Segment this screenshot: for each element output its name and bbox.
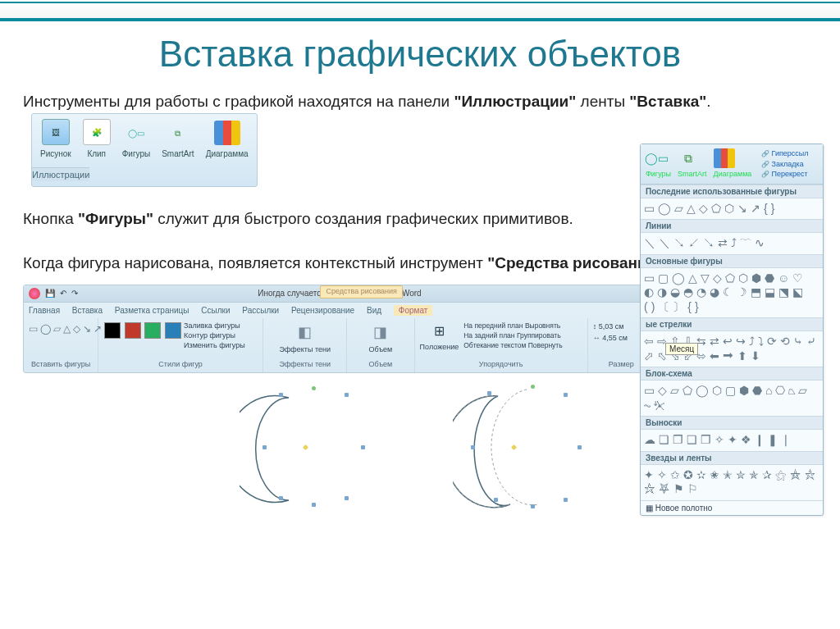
contextual-tool-label: Средства рисования [320, 285, 403, 299]
style-swatch[interactable] [144, 322, 161, 339]
hdr-chart-btn[interactable]: Диаграмма [714, 148, 752, 180]
tab-insert[interactable]: Вставка [72, 306, 103, 315]
p3-bold1: "Средства рисования" [487, 254, 664, 271]
tab-layout[interactable]: Разметка страницы [115, 306, 189, 315]
ribbon-btn-smartart[interactable]: ⧉ SmartArt [162, 121, 194, 161]
smartart-icon: ⧉ [165, 121, 191, 145]
ribbon-btn-clip[interactable]: 🧩 Клип [83, 119, 111, 161]
shadow-label: Эффекты тени [280, 345, 331, 353]
illustrations-ribbon-group: 🖼 Рисунок 🧩 Клип ◯▭ Фигуры ⧉ SmartArt [31, 113, 258, 187]
bring-front-btn[interactable]: На передний план [463, 321, 523, 330]
position-icon[interactable]: ⊞ [434, 324, 445, 338]
ribbon-btn-picture[interactable]: 🖼 Рисунок [40, 119, 71, 161]
ribbon-group-arrange: ⊞ Положение На передний план Выровнять Н… [415, 318, 588, 372]
hyperlink-btn[interactable]: Гиперссыл [761, 148, 808, 159]
wrap-text-btn[interactable]: Обтекание текстом [463, 341, 526, 349]
ribbon-btn-chart[interactable]: Диаграмма [206, 121, 249, 161]
shapes-grid[interactable]: ☁❏❐❑❒✧✦❖❙❚❘ [641, 430, 823, 451]
ribbon-group-shadow: ◧ Эффекты тени Эффекты тени [263, 318, 347, 372]
shapes-grid[interactable]: ✦✧✩✪✫✬✭✮✯✰⚝⛤⛥⛦⛧⚑⚐ [641, 465, 823, 500]
group-btn[interactable]: Группировать [517, 331, 561, 340]
p1-bold1: "Иллюстрации" [454, 93, 576, 110]
volume-label: Объем [369, 345, 393, 353]
ribbon-titlebar: 💾 ↶ ↷ Иногда случается так.docx - Micros… [24, 285, 655, 303]
hdr-links: Гиперссыл Закладка Перекрест [758, 148, 811, 180]
width-input[interactable]: 4,55 см [602, 334, 628, 342]
crescent-shape-1[interactable] [240, 381, 387, 513]
picture-icon: 🖼 [42, 119, 70, 145]
shapes-group-title: ые стрелки [641, 317, 823, 331]
height-input[interactable]: 5,03 см [599, 322, 624, 330]
crescent-shape-2[interactable] [453, 381, 600, 513]
group-label: Вставить фигуры [29, 359, 93, 371]
position-label: Положение [420, 343, 459, 351]
p1-text2: ленты [576, 93, 629, 110]
style-swatch[interactable] [125, 322, 141, 339]
shape-change-btn[interactable]: Изменить фигуры [184, 341, 245, 349]
shapes-grid[interactable]: ▭▢◯△▽◇⬠⬡⬢⬣☺♡◐◑◒◓◔◕☾☽⬒⬓⬔⬕()〔〕{} [641, 268, 823, 318]
illustrations-group-label: Иллюстрации [32, 167, 89, 181]
p1-text3: . [706, 93, 710, 110]
send-back-btn[interactable]: На задний план [463, 331, 514, 340]
p3-text: Когда фигура нарисована, появляется конт… [23, 254, 487, 271]
ribbon-btn-label: Клип [87, 149, 106, 158]
shapes-icon: ◯▭ [123, 121, 149, 145]
group-label: Стили фигур [103, 359, 258, 371]
p1-bold2: "Вставка" [629, 93, 706, 110]
p2-bold: "Фигуры" [78, 210, 153, 227]
shape-fill-btn[interactable]: Заливка фигуры [184, 321, 240, 330]
p1-text: Инструменты для работы с графикой находя… [23, 93, 454, 110]
ribbon-group-shape-styles: Заливка фигуры Контур фигуры Изменить фи… [98, 318, 263, 372]
clip-icon: 🧩 [83, 119, 111, 145]
shapes-group-title: Звезды и ленты [641, 451, 823, 465]
shapes-group-title: Выноски [641, 416, 823, 430]
tab-references[interactable]: Ссылки [201, 306, 230, 315]
group-label: Эффекты тени [268, 359, 341, 371]
shapes-grid[interactable]: ＼＼↘↙↘⇄⤴︎﹋∿ [641, 233, 823, 254]
shapes-group-title: Основные фигуры [641, 254, 823, 268]
crossref-btn[interactable]: Перекрест [761, 169, 808, 180]
hdr-label: Диаграмма [714, 170, 752, 178]
volume-icon[interactable]: ◨ [373, 324, 387, 340]
tab-home[interactable]: Главная [29, 306, 60, 315]
ribbon-group-insert-shapes: ▭◯▱△◇↘↗{} Вставить фигуры [24, 318, 98, 372]
slide-title: Вставка графических объектов [0, 34, 840, 75]
group-label: Объем [352, 359, 409, 371]
shapes-grid[interactable]: ▭◇▱⬠◯⬡▢⬢⬣⌂⎔⏢⏥⏦⏧ [641, 381, 823, 416]
p2-text2: служит для быстрого создания графических… [153, 210, 573, 227]
align-btn[interactable]: Выровнять [525, 321, 560, 330]
tab-format[interactable]: Формат [394, 305, 433, 316]
group-label: Упорядочить [420, 359, 582, 371]
new-canvas-btn[interactable]: ▦ Новое полотно [641, 500, 823, 515]
tab-review[interactable]: Рецензирование [291, 306, 354, 315]
hdr-smartart-btn[interactable]: ⧉SmartArt [678, 148, 707, 180]
tab-mailings[interactable]: Рассылки [242, 306, 279, 315]
ribbon-group-3d: ◨ Объем Объем [347, 318, 414, 372]
slide-top-border [0, 2, 840, 21]
bookmark-btn[interactable]: Закладка [761, 159, 808, 170]
shapes-group-title: Последние использованные фигуры [641, 185, 823, 198]
ribbon-btn-label: Фигуры [122, 149, 150, 158]
ribbon-btn-label: Диаграмма [206, 149, 249, 158]
drawing-tools-ribbon: 💾 ↶ ↷ Иногда случается так.docx - Micros… [23, 285, 656, 373]
shape-gallery-mini[interactable]: ▭◯▱△◇↘↗{} [29, 321, 93, 337]
style-swatch[interactable] [165, 322, 181, 339]
ribbon-tabs: Главная Вставка Разметка страницы Ссылки… [24, 303, 655, 319]
rotate-btn[interactable]: Повернуть [528, 341, 563, 349]
tab-view[interactable]: Вид [367, 306, 381, 315]
ribbon-btn-shapes[interactable]: ◯▭ Фигуры [122, 121, 150, 161]
hdr-shapes-btn[interactable]: ◯▭Фигуры [646, 148, 671, 180]
shadow-effects-icon[interactable]: ◧ [298, 324, 312, 340]
shape-outline-btn[interactable]: Контур фигуры [184, 331, 235, 340]
hdr-label: SmartArt [678, 170, 707, 178]
shape-tooltip: Месяц [665, 343, 698, 355]
shapes-group-title: Линии [641, 219, 823, 233]
shapes-group-title: Блок-схема [641, 367, 823, 381]
new-canvas-label: Новое полотно [655, 504, 713, 513]
ribbon-btn-label: Рисунок [40, 149, 71, 158]
shapes-grid[interactable]: ▭◯▱△◇⬠⬡↘↗{} [641, 198, 823, 220]
p2-text: Кнопка [23, 210, 78, 227]
hdr-label: Фигуры [646, 170, 671, 178]
shapes-dropdown-panel: ◯▭Фигуры ⧉SmartArt Диаграмма Гиперссыл З… [640, 144, 824, 516]
style-swatch[interactable] [104, 322, 121, 339]
